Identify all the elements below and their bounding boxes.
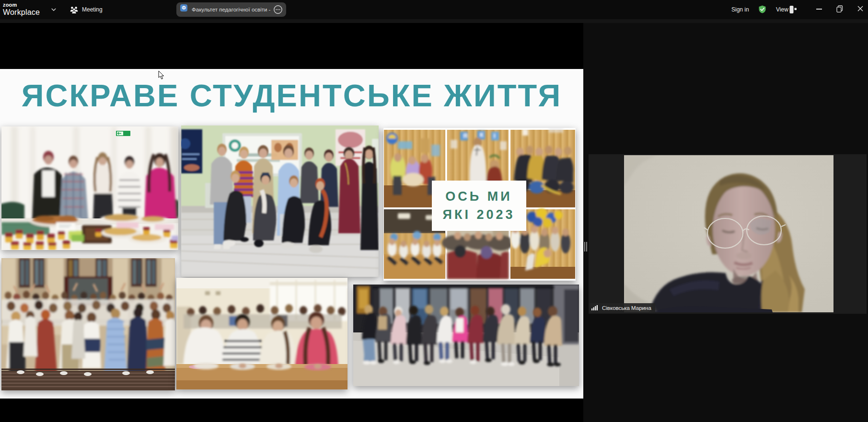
svg-text:К: К: [480, 131, 484, 138]
svg-text:І: І: [494, 132, 496, 139]
svg-text:ЯКІ 2023: ЯКІ 2023: [443, 207, 515, 222]
svg-text:Я: Я: [463, 132, 467, 139]
svg-text:ОСЬ МИ: ОСЬ МИ: [445, 189, 512, 204]
